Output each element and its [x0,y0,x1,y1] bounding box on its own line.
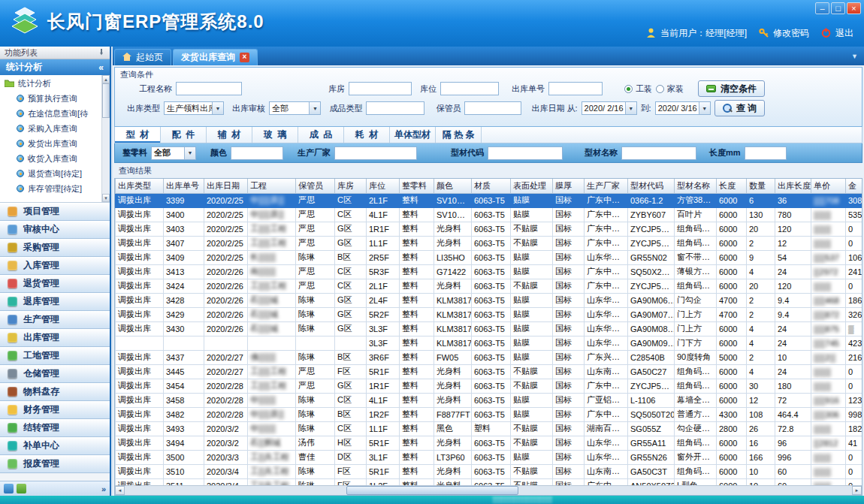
project-name-input[interactable] [176,82,242,95]
tab-shipment-outbound-query[interactable]: 发货出库查询 × [173,49,258,65]
monitor-icon[interactable] [17,484,26,493]
close-button[interactable]: × [847,2,861,14]
chart-icon[interactable] [4,484,14,493]
search-button[interactable]: 查 询 [714,100,765,116]
table-row[interactable]: 调拨出库34282020/2/26石▒▒城陈琳G区2L4F整料KLM381760… [116,293,863,307]
change-password-link[interactable]: 修改密码 [773,27,809,40]
profile-name-input[interactable] [621,146,696,160]
table-row[interactable]: 调拨出库34822020/2/28华▒▒原▒陈琳B区1R2F整料F8877FT6… [116,407,863,421]
table-row[interactable]: 调拨出库34132020/2/26南▒▒▒严思C区5R3F整料G71422606… [116,264,863,279]
sidebar-module[interactable]: 报废管理 [0,455,110,473]
logout-link[interactable]: 退出 [835,27,853,40]
minimize-button[interactable]: – [815,2,829,14]
outbound-audit-select[interactable]: 全部 ▼ [269,101,321,115]
sidebar-module[interactable]: 结转管理 [0,419,110,437]
table-row[interactable]: 调拨出库34372020/2/27佛▒▒▒陈琳B区3R6F整料FW056063-… [116,350,863,364]
sidebar-module[interactable]: 退货管理 [0,275,110,293]
material-tab[interactable]: 玻 璃 [252,127,298,143]
table-row[interactable]: 调拨出库34942020/3/2石▒辉城汤伟H区5R1F整料光身料6063-T5… [116,436,863,450]
column-header[interactable]: 出库长度 [775,179,811,193]
warehouse-input[interactable] [349,82,412,95]
more-icon[interactable]: » [101,484,106,493]
sidebar-module[interactable]: 物料盘存 [0,383,110,401]
clear-conditions-button[interactable]: 清空条件 [698,80,765,97]
table-row[interactable]: 调拨出库34452020/2/27工▒▒工程严思F区5R1F整料光身料6063-… [116,364,863,379]
material-tab[interactable]: 隔 热 条 [436,127,482,143]
column-header[interactable]: 出库日期 [204,179,248,193]
sidebar-module[interactable]: 采购管理 [0,239,110,257]
column-header[interactable]: 表面处理 [511,179,553,193]
order-no-input[interactable] [548,82,603,95]
radio-home-decoration[interactable]: 家装 [656,83,684,95]
tree-item[interactable]: 发货出库查询 [0,136,110,151]
column-header[interactable]: 型材代码 [628,179,675,193]
horizontal-scrollbar[interactable]: ◄ ► [115,485,862,495]
sidebar-module[interactable]: 工地管理 [0,347,110,365]
column-header[interactable]: 生产厂家 [585,179,628,193]
sidebar-module[interactable]: 财务管理 [0,401,110,419]
table-row[interactable]: 调拨出库34932020/3/2华▒▒▒陈琳C区1L1F整料黑色塑料不贴膜国标湖… [116,421,863,436]
table-row[interactable]: 调拨出库33992020/2/25华▒▒原▒严思C区2L1F整料SV10…606… [116,193,863,207]
keeper-input[interactable] [464,101,521,115]
maximize-button[interactable]: □ [831,2,845,14]
tree-item[interactable]: 采购入库查询 [0,121,110,136]
table-row[interactable]: 调拨出库35102020/3/4工▒共工程陈琳F区5R1F整料光身料6063-T… [116,464,863,478]
sidebar-module[interactable]: 生产管理 [0,311,110,329]
table-row[interactable]: 调拨出库34072020/2/25工▒▒工程严思G区1L1F整料光身料6063-… [116,236,863,250]
profile-code-input[interactable] [488,146,563,160]
sidebar-module[interactable]: 补单中心 [0,437,110,455]
whole-piece-select[interactable]: 全部 ▼ [151,146,196,160]
table-row[interactable]: 调拨出库34302020/2/26石▒▒城陈琳G区3L3F整料KLM381760… [116,321,863,336]
table-row[interactable]: 调拨出库34032020/2/25工▒▒工程严思G区1R1F整料光身料6063-… [116,222,863,236]
collapse-icon[interactable]: « [98,62,104,73]
column-header[interactable]: 整零料 [400,179,434,193]
table-row[interactable]: 调拨出库34582020/2/28华▒▒▒陈琳C区4L1F整料光身料6063-T… [116,393,863,407]
tree-item[interactable]: 库存管理[待定] [0,181,110,196]
material-tab[interactable]: 成 品 [298,127,344,143]
column-header[interactable]: 膜厚 [553,179,585,193]
scroll-up-icon[interactable]: ▲ [102,75,110,83]
slot-input[interactable] [440,82,499,95]
tree-item[interactable]: 收货入库查询 [0,151,110,166]
tree-item[interactable]: 退货查询[待定] [0,166,110,181]
material-tab[interactable]: 辅 材 [207,127,252,143]
date-from-picker[interactable]: 2020/ 2/16 ▼ [582,101,637,115]
sidebar-module[interactable]: 审核中心 [0,221,110,239]
tree-item[interactable]: 在途信息查询[待 [0,106,110,121]
material-tab[interactable]: 单体型材 [390,127,436,143]
column-header[interactable]: 出库类型 [116,179,164,193]
scroll-down-icon[interactable]: ▼ [102,194,110,202]
manufacturer-input[interactable] [334,146,417,160]
column-header[interactable]: 金 [846,179,863,193]
scrollbar-thumb[interactable] [346,486,518,495]
table-row[interactable]: 调拨出库35002020/3/3工▒共工程曹佳D区3L1F整料LT3P60606… [116,450,863,464]
tree-scrollbar[interactable]: ▲ ▼ [101,75,110,202]
sidebar-module[interactable]: 仓储管理 [0,365,110,383]
column-header[interactable]: 工程 [248,179,296,193]
column-header[interactable]: 颜色 [434,179,472,193]
color-input[interactable] [231,146,283,160]
column-header[interactable]: 库房 [335,179,367,193]
material-tab[interactable]: 耗 材 [344,127,390,143]
material-tab[interactable]: 配 件 [161,127,207,143]
sidebar-section-header[interactable]: 统计分析 « [0,59,110,75]
tree-scrollbar-thumb[interactable] [102,83,110,118]
scroll-left-icon[interactable]: ◄ [115,486,125,495]
table-row[interactable]: 调拨出库34092020/2/25长▒▒▒陈琳B区2R5F整料LI35HO606… [116,250,863,264]
tab-home[interactable]: 起始页 [114,49,171,65]
column-header[interactable]: 长度 [717,179,747,193]
column-header[interactable]: 库位 [367,179,400,193]
column-header[interactable]: 材质 [472,179,511,193]
tab-close-icon[interactable]: × [240,53,249,62]
sidebar-module[interactable]: 退库管理 [0,293,110,311]
column-header[interactable]: 出库单号 [164,179,204,193]
outbound-type-select[interactable]: 生产领料出库 ▼ [164,101,224,115]
scroll-right-icon[interactable]: ► [852,486,862,495]
column-header[interactable]: 数量 [747,179,775,193]
material-tab[interactable]: 型 材 [115,127,161,143]
table-row[interactable]: 调拨出库34542020/2/28工▒▒工程严思G区1R1F整料光身料6063-… [116,379,863,393]
sidebar-module[interactable]: 入库管理 [0,257,110,275]
table-row[interactable]: 3L3F整料KLM38176063-T5贴膜国标山东华…GA90M09…门下方6… [116,336,863,350]
length-input[interactable] [745,146,787,160]
column-header[interactable]: 单价 [811,179,846,193]
